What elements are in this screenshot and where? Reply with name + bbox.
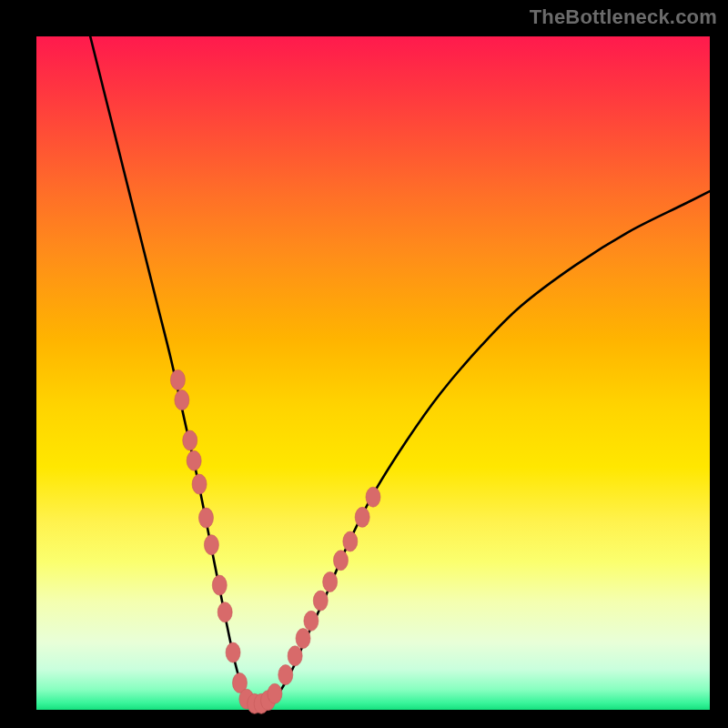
data-marker <box>170 369 185 389</box>
data-marker <box>333 551 348 571</box>
data-marker <box>343 531 358 551</box>
chart-svg <box>36 36 710 710</box>
data-marker <box>323 571 338 592</box>
data-marker <box>187 450 201 470</box>
data-marker <box>175 390 189 410</box>
data-marker <box>288 646 302 666</box>
data-marker <box>366 487 380 507</box>
data-marker <box>268 683 282 703</box>
data-marker <box>217 602 232 622</box>
data-marker <box>226 642 240 662</box>
bottleneck-curve <box>90 36 710 708</box>
marker-group <box>170 369 380 713</box>
data-marker <box>192 474 207 494</box>
chart-frame: TheBottleneck.com <box>0 0 728 728</box>
chart-plot-area <box>36 36 710 710</box>
data-marker <box>278 665 293 685</box>
data-marker <box>296 629 310 649</box>
data-marker <box>204 535 218 555</box>
data-marker <box>212 575 227 595</box>
data-marker <box>198 508 213 528</box>
data-marker <box>313 591 328 611</box>
watermark-text: TheBottleneck.com <box>530 5 717 29</box>
data-marker <box>304 611 318 631</box>
data-marker <box>183 430 197 450</box>
data-marker <box>355 507 369 527</box>
